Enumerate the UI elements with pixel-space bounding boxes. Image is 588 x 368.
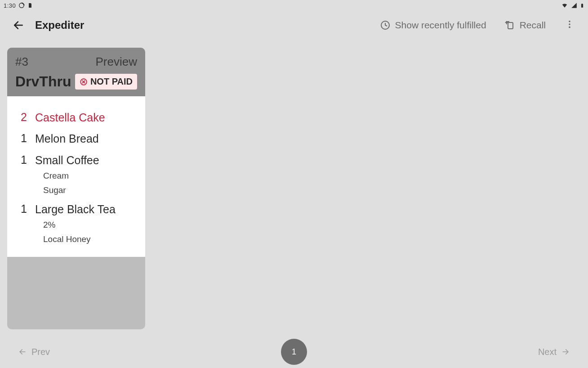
item-qty: 1: [15, 202, 27, 215]
item-mods: 2%Local Honey: [15, 219, 137, 247]
item-mods: CreamSugar: [15, 170, 137, 198]
ticket-state: Preview: [96, 55, 137, 69]
item-mod: Cream: [43, 171, 137, 181]
status-time: 1:30: [4, 2, 16, 9]
item-name: Small Coffee: [35, 153, 137, 167]
ticket-body[interactable]: 2Castella Cake1Melon Bread1Small CoffeeC…: [7, 96, 145, 257]
show-recently-fulfilled-label: Show recently fulfilled: [395, 20, 486, 31]
recall-icon: [504, 20, 515, 31]
prev-button[interactable]: Prev: [18, 347, 50, 357]
svg-point-4: [569, 21, 570, 22]
ticket-number: #3: [15, 55, 28, 69]
sd-card-icon: [27, 2, 33, 9]
order-type: DrvThru: [15, 73, 71, 90]
wifi-icon: [561, 2, 568, 9]
not-paid-badge: NOT PAID: [75, 74, 137, 90]
item-mod: 2%: [43, 220, 137, 230]
next-label: Next: [538, 347, 557, 357]
arrow-left-icon: [18, 347, 27, 356]
battery-icon: [580, 2, 584, 9]
cancel-circle-icon: [80, 78, 88, 86]
prev-label: Prev: [31, 347, 50, 357]
ticket-line[interactable]: 1Small Coffee: [15, 149, 137, 170]
show-recently-fulfilled-button[interactable]: Show recently fulfilled: [376, 17, 490, 33]
item-qty: 1: [15, 132, 27, 145]
not-paid-label: NOT PAID: [90, 76, 133, 87]
page-title: Expediter: [35, 19, 84, 31]
ticket-header[interactable]: #3 Preview DrvThru NOT PAID: [7, 48, 145, 96]
item-name: Large Black Tea: [35, 202, 137, 216]
data-saver-icon: [18, 2, 25, 9]
item-mod: Local Honey: [43, 234, 137, 244]
item-qty: 1: [15, 153, 27, 166]
overflow-menu-button[interactable]: [560, 17, 579, 34]
arrow-right-icon: [561, 347, 570, 356]
ticket-line[interactable]: 2Castella Cake: [15, 106, 137, 127]
item-name: Castella Cake: [35, 111, 137, 125]
page-indicator[interactable]: 1: [281, 339, 307, 365]
ticket-column: #3 Preview DrvThru NOT PAID 2Castella Ca…: [7, 48, 145, 329]
recall-button[interactable]: Recall: [501, 17, 549, 33]
next-button[interactable]: Next: [538, 347, 570, 357]
svg-point-6: [569, 27, 570, 28]
clock-icon: [380, 20, 391, 31]
app-bar: Expediter Show recently fulfilled Recall: [0, 11, 588, 40]
cell-signal-icon: [571, 2, 577, 9]
pager: Prev 1 Next: [0, 336, 588, 368]
more-vert-icon: [565, 19, 575, 29]
ticket-line[interactable]: 1Large Black Tea: [15, 198, 137, 219]
item-name: Melon Bread: [35, 132, 137, 146]
status-bar: 1:30: [0, 0, 588, 11]
back-button[interactable]: [13, 19, 24, 31]
ticket-line[interactable]: 1Melon Bread: [15, 127, 137, 148]
svg-rect-3: [508, 22, 513, 29]
item-qty: 2: [15, 111, 27, 124]
page-number: 1: [292, 347, 296, 357]
recall-label: Recall: [520, 20, 546, 31]
svg-point-5: [569, 23, 570, 25]
item-mod: Sugar: [43, 185, 137, 195]
